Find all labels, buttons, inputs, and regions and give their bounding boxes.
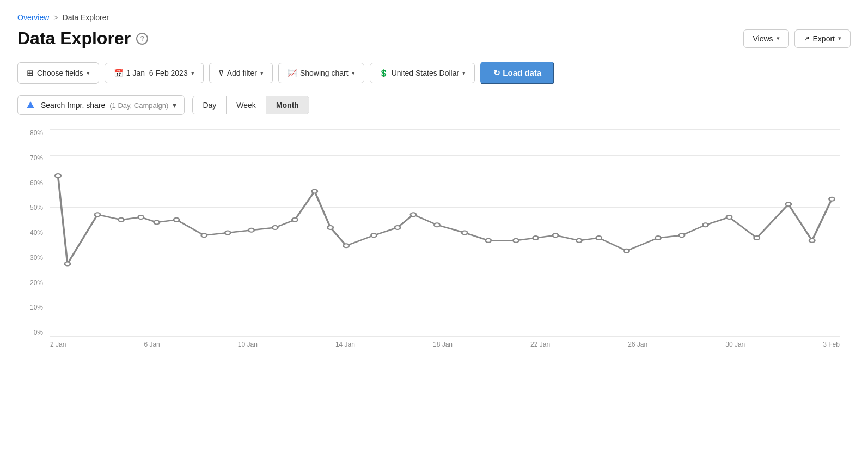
- chart-icon: 📈: [288, 69, 297, 77]
- controls-row: Search Impr. share (1 Day, Campaign) ▾ D…: [17, 95, 851, 115]
- y-label: 20%: [30, 279, 47, 287]
- currency-icon: 💲: [379, 69, 388, 77]
- chart-dot: [154, 221, 160, 225]
- toolbar: ⊞ Choose fields ▾ 📅 1 Jan–6 Feb 2023 ▾ ⊽…: [17, 62, 851, 84]
- page-title: Data Explorer: [17, 28, 131, 49]
- metric-label: Search Impr. share: [41, 101, 105, 110]
- chart-dot: [371, 233, 376, 237]
- load-data-button[interactable]: ↻ Load data: [480, 62, 554, 84]
- chart-dot: [754, 236, 760, 240]
- chart-dot: [624, 249, 629, 253]
- chart-dot: [65, 262, 70, 266]
- date-range-button[interactable]: 📅 1 Jan–6 Feb 2023 ▾: [105, 63, 204, 83]
- x-label: 30 Jan: [725, 341, 745, 348]
- svg-marker-0: [27, 101, 34, 108]
- add-filter-label: Add filter: [227, 69, 257, 77]
- chart-dot: [395, 226, 400, 229]
- x-label: 3 Feb: [823, 341, 840, 348]
- chart-dot: [344, 244, 349, 247]
- chart-dot: [726, 215, 732, 219]
- x-label: 22 Jan: [530, 341, 550, 348]
- currency-button[interactable]: 💲 United States Dollar ▾: [370, 63, 475, 83]
- load-data-label: Load data: [503, 68, 541, 77]
- chart-dot: [679, 233, 684, 237]
- chart-dot: [596, 236, 602, 240]
- period-btn-week[interactable]: Week: [227, 96, 266, 114]
- chart-dot: [576, 239, 582, 243]
- table-icon: ⊞: [27, 68, 34, 78]
- date-range-label: 1 Jan–6 Feb 2023: [126, 69, 188, 77]
- x-label: 10 Jan: [238, 341, 258, 348]
- y-label: 60%: [30, 179, 47, 187]
- chart-dot: [411, 213, 416, 216]
- showing-chart-button[interactable]: 📈 Showing chart ▾: [278, 63, 364, 83]
- chart-dot: [809, 239, 815, 243]
- breadcrumb-overview[interactable]: Overview: [17, 13, 49, 22]
- add-filter-button[interactable]: ⊽ Add filter ▾: [209, 63, 273, 83]
- chart-dot: [786, 202, 791, 206]
- chart-dot: [55, 174, 60, 178]
- chart-dot: [462, 231, 467, 235]
- filter-icon: ⊽: [218, 69, 224, 77]
- chart-dot: [249, 228, 254, 232]
- x-label: 14 Jan: [335, 341, 355, 348]
- showing-chart-chevron-icon: ▾: [352, 70, 355, 77]
- chart-dot: [138, 215, 144, 219]
- chart-dot: [174, 218, 179, 222]
- y-label: 80%: [30, 129, 47, 137]
- help-icon[interactable]: ?: [136, 33, 148, 45]
- chart-dot: [655, 236, 661, 240]
- chart-inner: [50, 129, 840, 336]
- chart-dot: [118, 218, 124, 222]
- chart-dot: [486, 239, 491, 243]
- choose-fields-button[interactable]: ⊞ Choose fields ▾: [17, 62, 99, 84]
- calendar-icon: 📅: [114, 69, 123, 77]
- period-btn-month[interactable]: Month: [266, 96, 309, 114]
- chart-dot: [201, 233, 207, 237]
- y-label: 0%: [34, 329, 47, 336]
- export-label: Export: [813, 34, 835, 43]
- period-btn-day[interactable]: Day: [193, 96, 227, 114]
- chart-dot: [292, 218, 297, 222]
- page-header: Data Explorer ? Views ▾ ↗ Export ▾: [17, 28, 851, 49]
- period-buttons: DayWeekMonth: [192, 96, 309, 114]
- refresh-icon: ↻: [493, 68, 500, 77]
- x-axis: 2 Jan6 Jan10 Jan14 Jan18 Jan22 Jan26 Jan…: [50, 336, 840, 364]
- y-label: 30%: [30, 254, 47, 262]
- header-actions: Views ▾ ↗ Export ▾: [743, 29, 851, 48]
- export-share-icon: ↗: [804, 34, 810, 43]
- metric-chevron-icon: ▾: [173, 101, 176, 110]
- y-label: 40%: [30, 229, 47, 237]
- y-axis: 80%70%60%50%40%30%20%10%0%: [17, 129, 47, 336]
- choose-fields-label: Choose fields: [37, 69, 83, 77]
- choose-fields-chevron-icon: ▾: [87, 70, 90, 77]
- currency-label: United States Dollar: [392, 69, 460, 77]
- metric-selector[interactable]: Search Impr. share (1 Day, Campaign) ▾: [17, 95, 185, 115]
- line-chart: [50, 129, 840, 336]
- chart-dot: [829, 197, 834, 201]
- views-chevron-icon: ▾: [777, 35, 780, 42]
- x-label: 26 Jan: [628, 341, 647, 348]
- breadcrumb-separator: >: [53, 13, 58, 22]
- breadcrumb-current: Data Explorer: [63, 13, 109, 22]
- add-filter-chevron-icon: ▾: [260, 70, 264, 77]
- x-label: 6 Jan: [144, 341, 160, 348]
- chart-dot: [225, 231, 230, 235]
- x-label: 18 Jan: [433, 341, 453, 348]
- chart-dot: [513, 239, 518, 243]
- y-label: 70%: [30, 154, 47, 162]
- date-range-chevron-icon: ▾: [191, 70, 194, 77]
- chart-dot: [312, 190, 317, 193]
- metric-sub-label: (1 Day, Campaign): [109, 101, 168, 110]
- y-label: 10%: [30, 304, 47, 311]
- google-ads-icon: [26, 100, 35, 110]
- chart-dot: [272, 226, 278, 229]
- export-button[interactable]: ↗ Export ▾: [794, 29, 851, 48]
- chart-dot: [434, 223, 439, 227]
- x-label: 2 Jan: [50, 341, 66, 348]
- page-title-row: Data Explorer ?: [17, 28, 148, 49]
- views-button[interactable]: Views ▾: [743, 29, 788, 48]
- chart-dot: [328, 226, 333, 229]
- chart-dot: [553, 233, 558, 237]
- breadcrumb: Overview > Data Explorer: [17, 13, 851, 22]
